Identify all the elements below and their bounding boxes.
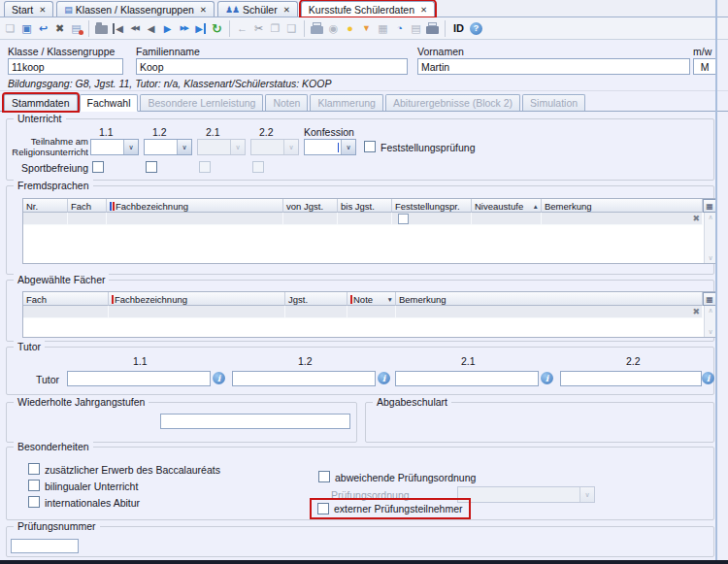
info-icon[interactable]: i	[541, 372, 553, 384]
lightbulb-icon[interactable]: ●	[342, 19, 358, 37]
dropdown-arrow-icon[interactable]: ∨	[177, 140, 191, 154]
col-fachbezeichnung[interactable]: Fachbezeichnung	[107, 199, 283, 213]
tab-start[interactable]: Start ✕	[4, 1, 53, 17]
refresh-icon[interactable]: ↻	[209, 19, 225, 37]
konfession-dropdown[interactable]: ∨	[304, 139, 356, 155]
tutor-field-11[interactable]	[67, 371, 211, 386]
subtab-fachwahl[interactable]: Fachwahl	[80, 94, 139, 112]
bilingual-label: bilingualer Unterricht	[45, 481, 138, 492]
funnel-icon[interactable]: ▼	[358, 19, 375, 37]
info-icon[interactable]: i	[702, 372, 714, 384]
tab-klassen-klassengruppen[interactable]: ▤ Klassen / Klassengruppen ✕	[56, 1, 215, 17]
mw-label: m/w	[693, 46, 711, 57]
vornamen-field[interactable]	[417, 58, 690, 75]
baccalaureat-checkbox[interactable]	[28, 463, 40, 475]
col-note[interactable]: Note▼	[347, 292, 396, 306]
nav-next-fast-icon[interactable]: ▶▶	[176, 19, 192, 37]
externer-pruefungsteilnehmer-checkbox[interactable]	[317, 503, 329, 514]
clock-icon[interactable]: ◔	[391, 19, 408, 37]
group-title: Prüfungsnummer	[14, 520, 100, 532]
baccalaureat-label: zusätzlicher Erwerb des Baccalauréats	[45, 464, 220, 476]
help-icon[interactable]: ?	[468, 19, 484, 37]
scroll-down-icon[interactable]: ∨	[708, 254, 712, 262]
col-feststellungspr[interactable]: Feststellungspr.	[392, 199, 472, 213]
row-delete-icon[interactable]: ✖	[692, 214, 700, 224]
klasse-label: Klasse / Klassengruppe	[8, 46, 115, 57]
tutor-field-21[interactable]	[395, 371, 539, 386]
id-button[interactable]: ID	[449, 22, 468, 34]
print-report-icon[interactable]	[424, 19, 441, 37]
familienname-label: Familienname	[136, 46, 200, 57]
dropdown-arrow-icon[interactable]: ∨	[341, 140, 355, 154]
row-delete-icon[interactable]: ✖	[692, 307, 700, 317]
table-header-row: Nr. Fach Fachbezeichnung von Jgst. bis J…	[23, 199, 716, 213]
group-unterricht: Unterricht 1.1 1.2 2.1 2.2 Konfession Te…	[6, 118, 714, 181]
tab-kursstufe-schuelerdaten[interactable]: Kursstufe Schülerdaten ✕	[301, 1, 435, 17]
col-fach[interactable]: Fach	[68, 199, 107, 213]
feststellungspr-row-checkbox[interactable]	[398, 214, 409, 224]
scroll-up-icon[interactable]: ∧	[708, 214, 712, 221]
col-von-jgst[interactable]: von Jgst.	[283, 199, 338, 213]
tutor-field-12[interactable]	[232, 371, 376, 386]
scroll-down-icon[interactable]: ∨	[708, 328, 712, 336]
sportbefreiung-checkbox-12[interactable]	[146, 161, 157, 173]
pruefungsnummer-field[interactable]	[11, 539, 79, 553]
nav-last-icon[interactable]: ▶	[192, 19, 209, 37]
tab-schueler[interactable]: ♟♟ Schüler ✕	[217, 1, 298, 17]
sportbefreiung-checkbox-11[interactable]	[92, 161, 104, 173]
close-icon[interactable]: ✕	[39, 5, 46, 15]
col-fach[interactable]: Fach	[23, 292, 109, 306]
folder-icon[interactable]	[93, 19, 110, 37]
info-icon[interactable]: i	[378, 372, 390, 384]
subtab-noten: Noten	[265, 94, 308, 111]
externer-pruefungsteilnehmer-annotation: externer Prüfungsteilnehmer	[312, 500, 469, 517]
dropdown-arrow-icon[interactable]: ∨	[123, 140, 138, 154]
edit-form-icon[interactable]: ▤	[68, 19, 84, 37]
abweichende-pruefungsordnung-checkbox[interactable]	[318, 471, 330, 482]
undo-icon[interactable]: ↩	[35, 19, 51, 37]
close-icon[interactable]: ✕	[200, 5, 207, 15]
klasse-field[interactable]	[8, 58, 123, 75]
religion-dropdown-21: ∨	[197, 139, 246, 155]
table-options-button[interactable]: ▦	[703, 199, 716, 213]
table-header-row: Fach Fachbezeichnung Jgst. Note▼ Bemerku…	[23, 292, 716, 306]
col-fachbezeichnung[interactable]: Fachbezeichnung	[109, 292, 285, 306]
save-icon[interactable]: ▣	[18, 19, 35, 37]
col-nr[interactable]: Nr.	[23, 199, 68, 213]
empty-insert-row[interactable]: ✖	[23, 213, 716, 225]
scroll-up-icon[interactable]: ∧	[708, 307, 712, 315]
religion-dropdown-11[interactable]: ∨	[90, 139, 139, 155]
empty-insert-row[interactable]: ✖	[23, 306, 716, 318]
internationales-abitur-checkbox[interactable]	[28, 496, 40, 508]
col-bis-jgst[interactable]: bis Jgst.	[338, 199, 392, 213]
print-icon[interactable]	[309, 19, 325, 37]
group-tutor: Tutor 1.1 1.2 2.1 2.2 Tutor i i i i	[6, 347, 714, 395]
tutor-field-22[interactable]	[560, 371, 702, 386]
close-icon[interactable]: ✕	[283, 5, 290, 15]
group-fremdsprachen: Fremdsprachen Nr. Fach Fachbezeichnung v…	[6, 185, 714, 275]
religion-dropdown-12[interactable]: ∨	[144, 139, 192, 155]
feststellungspruefung-checkbox[interactable]	[364, 141, 376, 152]
nav-first-icon[interactable]: ◀	[110, 19, 126, 37]
nav-prev-icon[interactable]: ◀	[143, 19, 159, 37]
close-icon[interactable]: ✕	[420, 5, 427, 15]
sort-desc-icon: ▼	[385, 296, 393, 303]
nav-next-icon[interactable]: ▶	[159, 19, 176, 37]
sportbefreiung-label: Sportbefreiung	[7, 162, 88, 174]
familienname-field[interactable]	[136, 58, 408, 75]
mw-field[interactable]	[693, 58, 716, 75]
info-icon[interactable]: i	[213, 372, 225, 384]
col-bemerkung[interactable]: Bemerkung	[542, 199, 703, 213]
table-options-button[interactable]: ▦	[703, 292, 716, 306]
toolbar: ❏ ▣ ↩ ✖ ▤ ◀ ◀◀ ◀ ▶ ▶▶ ▶ ↻ ← ✂ ❐ ❑ ◉ ● ▼ …	[0, 17, 728, 40]
col-niveaustufe[interactable]: Niveaustufe▲	[472, 199, 542, 213]
col-jgst[interactable]: Jgst.	[285, 292, 347, 306]
column-marker-red	[350, 295, 352, 304]
subtab-stammdaten[interactable]: Stammdaten	[4, 94, 78, 111]
delete-icon[interactable]: ✖	[51, 19, 68, 37]
nav-prev-fast-icon[interactable]: ◀◀	[126, 19, 143, 37]
wiederholte-field[interactable]	[160, 414, 350, 429]
konfession-label: Konfession	[304, 126, 354, 138]
bilingual-checkbox[interactable]	[28, 480, 40, 491]
col-bemerkung[interactable]: Bemerkung	[396, 292, 703, 306]
